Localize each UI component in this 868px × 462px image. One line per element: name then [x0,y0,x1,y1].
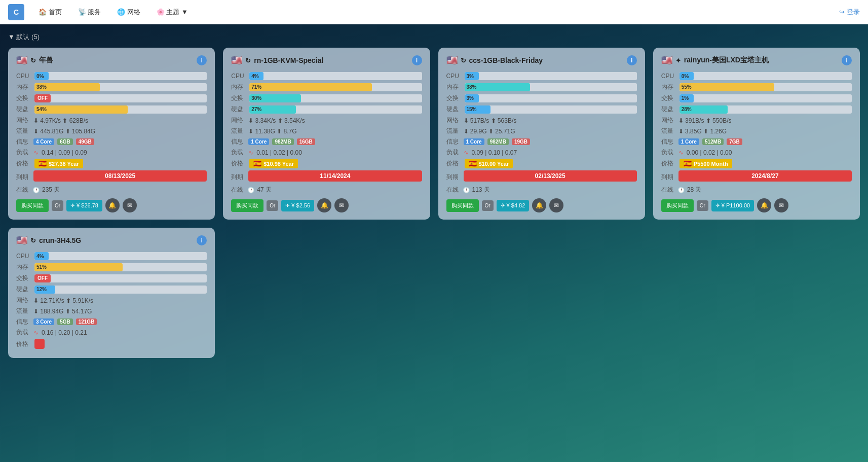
card-3-header: 🇺🇸 ↻ ccs-1GB-Black-Friday i [446,55,637,66]
card-1-swap-bar: OFF [34,94,207,102]
card-1-info-btn[interactable]: i [197,55,207,65]
card-1-expiry-bar: 08/13/2025 [33,170,207,182]
card-2-mail-btn[interactable]: ✉ [334,198,349,212]
card-1-name: 年兽 [39,56,53,65]
card-1-flow-row: 流量 ⬇ 445.81G ⬆ 105.84G [16,127,207,135]
card-1-cpu-fill: 0% [34,72,49,80]
card-4-actions: 购买同款 Or ✈¥ P1100.00 🔔 ✉ [661,198,852,212]
logo: C [8,4,24,20]
disk-label: 硬盘 [16,105,30,114]
card-1-mem-row: 内存 38% [16,83,207,91]
card-1-disk-bar: 54% [34,105,207,114]
card-4: 🇺🇸 ✦ rainyun-美国LXD宝塔主机 i CPU 0% 内存 55% 交… [653,48,860,220]
card-2-flag: 🇺🇸 [231,55,242,66]
bottom-cards-grid: 🇺🇸 ↻ crun-3H4.5G i CPU 4% 内存 51% 交换 [8,228,860,358]
card-1-price-badge: 🇪🇸 $27.38 Year [34,159,83,168]
card-1-or-btn[interactable]: Or [52,200,63,211]
login-button[interactable]: ↪ 登录 [839,8,860,17]
card-1-mail-btn[interactable]: ✉ [123,198,137,212]
mem-label: 内存 [16,83,30,91]
card-3-mail-btn[interactable]: ✉ [549,198,563,212]
card-2-or-btn[interactable]: Or [267,200,278,211]
card-4-amount-btn[interactable]: ✈¥ P1100.00 [711,200,754,211]
card-2-disk-row: 硬盘 27% [231,105,422,114]
swap-label: 交换 [16,94,30,102]
card-5-header: 🇺🇸 ↻ crun-3H4.5G i [16,235,207,246]
card-4-or-btn[interactable]: Or [697,200,708,211]
card-1-buy-btn[interactable]: 购买同款 [16,199,49,212]
card-3-buy-btn[interactable]: 购买同款 [446,199,479,212]
card-2-cpu-row: CPU 4% [231,72,422,80]
main-content: ▼ 默认 (5) 🇺🇸 ↻ 年兽 i CPU 0% 内存 38% [0,24,868,366]
card-1-actions: 购买同款 Or ✈¥ $26.78 🔔 ✉ [16,198,207,212]
nav-network[interactable]: 🌐 网络 [111,5,146,20]
card-1-disk-fill: 54% [34,105,128,114]
card-1-net-row: 网络 ⬇ 4.97K/s ⬆ 628B/s [16,116,207,125]
nav-theme[interactable]: 🌸 主题 ▼ [150,5,194,20]
card-1-expiry-row: 到期 08/13/2025 [16,170,207,184]
card-3-bell-btn[interactable]: 🔔 [532,198,546,212]
card-3: 🇺🇸 ↻ ccs-1GB-Black-Friday i CPU 3% 内存 38… [438,48,645,220]
card-2-actions: 购买同款 Or ✈¥ $2.56 🔔 ✉ [231,198,422,212]
card-1-load-row: 负载 ∿ 0.14 | 0.09 | 0.09 [16,148,207,157]
card-1-bell-btn[interactable]: 🔔 [105,198,120,212]
card-5-name: crun-3H4.5G [39,236,81,244]
card-1-info-row: 信息 4 Core 6GB 49GB [16,137,207,146]
nav-service[interactable]: 📡 服务 [72,5,107,20]
card-3-info-btn[interactable]: i [627,55,637,65]
section-title: ▼ 默认 (5) [8,32,40,42]
card-4-mail-btn[interactable]: ✉ [774,198,788,212]
card-1-cpu-bar: 0% [34,72,207,80]
card-2-name: rn-1GB-KVM-Special [254,56,323,64]
card-4-bell-btn[interactable]: 🔔 [757,198,771,212]
cpu-label: CPU [16,73,30,80]
section-header: ▼ 默认 (5) [8,32,860,42]
card-3-name: ccs-1GB-Black-Friday [469,56,543,64]
card-1-online-row: 在线 🕐 235 天 [16,186,207,194]
card-2-mem-row: 内存 71% [231,83,422,91]
card-1-price-row: 价格 🇪🇸 $27.38 Year [16,159,207,168]
card-2-amount-btn[interactable]: ✈¥ $2.56 [281,200,314,211]
card-4-info-btn[interactable]: i [842,55,852,65]
card-4-buy-btn[interactable]: 购买同款 [661,199,694,212]
card-1-amount-btn[interactable]: ✈¥ $26.78 [66,200,102,211]
card-2-swap-row: 交换 30% [231,94,422,102]
card-2-bell-btn[interactable]: 🔔 [317,198,331,212]
card-3-amount-btn[interactable]: ✈¥ $4.82 [497,200,530,211]
nav-home[interactable]: 🏠 首页 [32,5,68,20]
card-1-flag: 🇺🇸 [16,55,27,66]
card-2-info-btn[interactable]: i [412,55,422,65]
card-5: 🇺🇸 ↻ crun-3H4.5G i CPU 4% 内存 51% 交换 [8,228,215,358]
card-1: 🇺🇸 ↻ 年兽 i CPU 0% 内存 38% 交换 OFF [8,48,215,220]
card-2: 🇺🇸 ↻ rn-1GB-KVM-Special i CPU 4% 内存 71% … [223,48,430,220]
top-cards-grid: 🇺🇸 ↻ 年兽 i CPU 0% 内存 38% 交换 OFF [8,48,860,220]
card-1-swap-row: 交换 OFF [16,94,207,102]
card-1-mem-fill: 38% [34,83,100,91]
card-1-mem-bar: 38% [34,83,207,91]
navbar: C 🏠 首页 📡 服务 🌐 网络 🌸 主题 ▼ ↪ 登录 [0,0,868,24]
card-1-disk-row: 硬盘 54% [16,105,207,114]
card-1-cpu-row: CPU 0% [16,72,207,80]
card-4-name: rainyun-美国LXD宝塔主机 [684,56,769,65]
card-3-actions: 购买同款 Or ✈¥ $4.82 🔔 ✉ [446,198,637,212]
card-1-header: 🇺🇸 ↻ 年兽 i [16,55,207,66]
card-4-header: 🇺🇸 ✦ rainyun-美国LXD宝塔主机 i [661,55,852,66]
card-1-swap-off: OFF [34,94,51,102]
card-2-buy-btn[interactable]: 购买同款 [231,199,263,212]
card-3-or-btn[interactable]: Or [482,200,494,211]
card-2-header: 🇺🇸 ↻ rn-1GB-KVM-Special i [231,55,422,66]
card-5-info-btn[interactable]: i [197,235,207,245]
